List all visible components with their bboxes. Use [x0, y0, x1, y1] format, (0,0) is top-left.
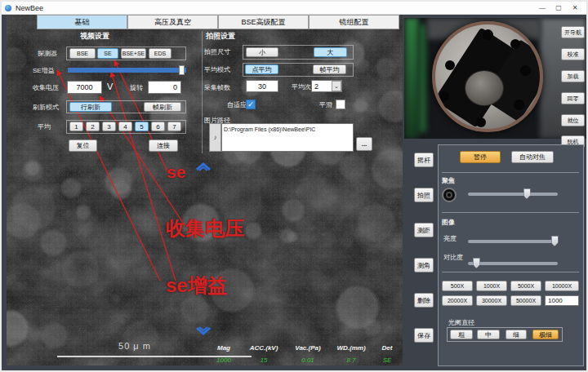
dropdown-arrow-icon[interactable]: ⌄ [332, 81, 341, 91]
photo-size-label: 拍照尺寸 [204, 48, 230, 55]
image-section-label: 图像 [442, 219, 455, 226]
maximize-button[interactable]: ▢ [550, 2, 567, 14]
point-average-button[interactable]: 点平均 [245, 64, 278, 74]
refresh-mode-label: 刷新模式 [33, 104, 59, 111]
refresh-frame-button[interactable]: 帧刷新 [144, 102, 181, 112]
smooth-checkbox[interactable]: ✓ [336, 100, 345, 109]
refresh-line-button[interactable]: 行刷新 [69, 102, 112, 112]
mag-5000x-button[interactable]: 5000X [510, 281, 541, 291]
collapse-up-icon[interactable] [194, 160, 212, 171]
stage-hole [445, 60, 455, 70]
rotate-input[interactable]: 0 [148, 81, 181, 94]
save-button[interactable]: 保存 [414, 328, 434, 343]
size-large-button[interactable]: 大 [314, 47, 347, 57]
expand-down-icon[interactable] [194, 326, 212, 338]
status-value: 0.01 [301, 356, 314, 364]
tab-lens-config[interactable]: 镜组配置 [309, 15, 399, 29]
tab-bse-config[interactable]: BSE高级配置 [218, 15, 309, 29]
aperture-medium-button[interactable]: 中 [477, 330, 500, 339]
contrast-slider[interactable] [468, 262, 558, 265]
path-input[interactable]: D:\Program Files (x86)\NewBee\PIC [221, 123, 354, 152]
detector-se[interactable]: SE [97, 48, 118, 59]
mag-30000x-button[interactable]: 30000X [476, 295, 507, 306]
connect-button[interactable]: 连接 [149, 140, 178, 152]
mag-500x-button[interactable]: 500X [442, 281, 473, 291]
mag-20000x-button[interactable]: 20000X [442, 295, 473, 306]
minimize-button[interactable]: — [534, 2, 550, 14]
contrast-slider-thumb[interactable] [473, 258, 480, 268]
mag-1000x-button[interactable]: 1000X [476, 281, 507, 291]
detector-bse[interactable]: BSE [69, 48, 96, 59]
mag-50000x-button[interactable]: 50000X [510, 295, 541, 306]
avg-mode-label: 平均模式 [204, 66, 230, 73]
divider [442, 212, 579, 213]
scalebar-label: 50 μ m [98, 343, 172, 350]
focus-slider[interactable] [468, 193, 558, 196]
note-icon: ♪ [214, 134, 217, 141]
photo-settings-title: 拍照设置 [206, 31, 235, 42]
tab-hv-vacuum[interactable]: 高压及真空 [127, 15, 218, 29]
detector-eds[interactable]: EDS [149, 48, 172, 59]
detector-bse-se[interactable]: BSE+SE [121, 48, 146, 59]
average-5[interactable]: 5 [135, 122, 149, 131]
status-readout: Mag1000 ACC.(kV)15 Vac.(Pa)0.01 WD.(mm)8… [206, 344, 402, 364]
focus-slider-thumb[interactable] [523, 188, 531, 199]
status-value: SE [383, 356, 392, 364]
average-3[interactable]: 3 [102, 122, 116, 131]
se-gain-slider-thumb[interactable] [179, 65, 185, 75]
measure-angle-button[interactable]: 测角 [414, 258, 434, 272]
annotation-se: se [167, 163, 185, 180]
frames-input[interactable]: 30 [246, 80, 278, 92]
voltage-unit: V [107, 82, 113, 91]
open-nav-button[interactable]: 开导航 [561, 26, 585, 38]
detector-label: 探测器 [38, 50, 57, 57]
average-7[interactable]: 7 [167, 122, 181, 131]
home-button[interactable]: 回零 [561, 92, 585, 104]
collect-voltage-input[interactable]: 7000 [67, 81, 102, 94]
brightness-slider[interactable] [468, 240, 558, 243]
focus-knob-icon[interactable] [442, 188, 457, 202]
size-small-button[interactable]: 小 [246, 47, 278, 57]
close-button[interactable]: ✕ [567, 2, 583, 14]
panel-divider [202, 31, 203, 153]
mag-input[interactable]: 1000 [545, 295, 579, 306]
autofocus-button[interactable]: 自动对焦 [511, 151, 554, 163]
delete-button[interactable]: 删除 [414, 293, 434, 308]
average-2[interactable]: 2 [86, 122, 100, 131]
aperture-coarse-button[interactable]: 粗 [450, 330, 473, 339]
tab-basic[interactable]: 基础 [37, 15, 127, 29]
annotation-gain: se增益 [166, 276, 227, 295]
browse-button[interactable]: ... [356, 137, 372, 151]
mag-10000x-button[interactable]: 10000X [545, 281, 579, 291]
sample-puck [465, 70, 504, 106]
video-settings-title: 视频设置 [80, 31, 109, 42]
se-gain-slider[interactable] [68, 68, 186, 73]
average-1[interactable]: 1 [69, 122, 83, 131]
app-icon [5, 5, 11, 11]
frame-average-button[interactable]: 帧平均 [313, 64, 346, 74]
check-icon: ✓ [247, 100, 254, 108]
measure-dist-button[interactable]: 测距 [414, 223, 434, 237]
stage-hole [510, 39, 520, 49]
main-area: se 收集电压 se增益 50 μ m Mag1000 ACC.(kV)15 V… [2, 15, 586, 370]
imaging-control-panel: 暂停 自动对焦 聚焦 图像 亮度 对比度 500X 1000X 5000X 10… [438, 144, 584, 366]
chamber-camera-view [404, 18, 586, 139]
status-value: 15 [261, 356, 268, 364]
aperture-ultrafine-button[interactable]: 极细 [532, 330, 559, 339]
average-4[interactable]: 4 [118, 122, 132, 131]
in-place-button[interactable]: 就位 [561, 114, 585, 126]
joystick-button[interactable]: 摇杆 [414, 153, 434, 167]
brightness-slider-thumb[interactable] [551, 236, 559, 246]
collect-voltage-label: 收集电压 [33, 84, 59, 91]
aperture-fine-button[interactable]: 细 [506, 330, 527, 339]
snapshot-button[interactable]: 拍照 [414, 188, 434, 202]
status-value: 8.7 [346, 356, 355, 364]
pause-button[interactable]: 暂停 [460, 151, 501, 163]
path-scroll-strip[interactable]: ♪ [209, 123, 221, 152]
average-6[interactable]: 6 [151, 122, 165, 131]
reset-button[interactable]: 复位 [69, 140, 97, 152]
adaptive-checkbox[interactable]: ✓ [246, 100, 256, 109]
load-button[interactable]: 加载 [561, 70, 585, 82]
status-header: Det [382, 344, 393, 352]
calibrate-button[interactable]: 校准 [561, 48, 585, 60]
